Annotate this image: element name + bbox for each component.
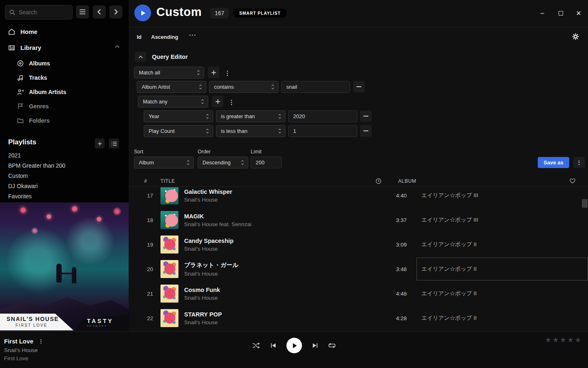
settings-button[interactable]: [572, 33, 579, 40]
next-track-button[interactable]: [312, 342, 318, 349]
track-row[interactable]: 22 STARRY POPSnail’s House 4:28 エイリアン☆ポッ…: [129, 306, 588, 330]
track-title: Galactic Whisper: [184, 188, 378, 195]
dots-vertical-icon: ⋮: [225, 70, 231, 76]
album-art-thumbnail: [160, 211, 178, 229]
add-playlist-button[interactable]: [95, 139, 105, 148]
limit-input[interactable]: [251, 157, 282, 168]
now-playing-options-button[interactable]: ⋮: [38, 340, 44, 343]
query-editor-collapse-button[interactable]: [135, 52, 146, 62]
subgroup-match-select[interactable]: Match any: [138, 96, 208, 108]
menu-button[interactable]: [76, 5, 89, 18]
sort-field-control[interactable]: Id: [137, 34, 142, 40]
rule-value-input[interactable]: [281, 81, 350, 93]
repeat-button[interactable]: [328, 342, 336, 349]
playlist-item-custom[interactable]: Custom: [8, 173, 28, 180]
repeat-icon: [328, 342, 336, 349]
remove-rule-button[interactable]: [360, 125, 372, 137]
add-rule-button[interactable]: [212, 96, 223, 107]
root-match-select[interactable]: Match all: [134, 67, 204, 79]
play-playlist-button[interactable]: [134, 4, 151, 21]
select-value: Year: [149, 113, 159, 119]
rating-stars[interactable]: ★★★★★: [545, 336, 582, 344]
play-button[interactable]: [287, 338, 302, 353]
chevron-up-icon[interactable]: [115, 45, 120, 48]
sidebar-item-tracks[interactable]: Tracks: [0, 72, 129, 83]
playlist-item-favorites[interactable]: Favorites: [8, 193, 32, 200]
rule-operator-select[interactable]: contains: [209, 81, 278, 93]
track-album[interactable]: エイリアン☆ポップ III: [416, 187, 588, 207]
album-art-thumbnail: [160, 260, 178, 278]
shuffle-button[interactable]: [252, 342, 261, 349]
select-value: Match any: [143, 99, 167, 105]
track-row[interactable]: 17 Galactic WhisperSnail’s House 4:40 エイ…: [129, 187, 588, 208]
column-index[interactable]: #: [144, 178, 147, 184]
add-rule-button[interactable]: [208, 67, 219, 78]
window-maximize-button[interactable]: [557, 9, 565, 17]
track-album-focused[interactable]: エイリアン☆ポップ II: [416, 258, 588, 280]
playlist-item-dj-okawari[interactable]: DJ Okawari: [8, 183, 38, 190]
playlist-item-2021[interactable]: 2021: [8, 152, 21, 159]
query-options-button[interactable]: ⋮: [573, 157, 585, 168]
track-title: プラネット・ガール: [184, 261, 378, 269]
sidebar-item-albums[interactable]: Albums: [0, 58, 129, 69]
window-close-button[interactable]: ✕: [575, 9, 583, 17]
sidebar-item-library[interactable]: Library: [0, 42, 129, 53]
sidebar-item-album-artists[interactable]: Album Artists: [0, 86, 129, 98]
track-count-badge: 167: [210, 8, 229, 18]
playlist-item-bpm[interactable]: BPM Greater than 200: [8, 162, 65, 170]
track-number: 19: [135, 242, 153, 248]
clock-icon[interactable]: [376, 178, 381, 184]
rule-operator-select[interactable]: is less than: [216, 125, 285, 137]
track-duration: 4:28: [378, 315, 407, 321]
sort-direction-control[interactable]: Ascending: [151, 34, 178, 40]
search-icon: [9, 9, 16, 16]
track-album[interactable]: エイリアン☆ポップ III: [416, 209, 588, 231]
track-row[interactable]: 20 プラネット・ガールSnail’s House 3:48 エイリアン☆ポップ…: [129, 257, 588, 281]
player-bar: First Love ⋮ Snail’s House First Love 0:…: [0, 331, 588, 368]
track-album[interactable]: エイリアン☆ポップ II: [416, 233, 588, 256]
search-input[interactable]: [19, 9, 64, 16]
heart-icon[interactable]: [570, 178, 575, 184]
nav-back-button[interactable]: [93, 5, 106, 18]
rule-field-select[interactable]: Album Artist: [137, 81, 206, 93]
sidebar-item-genres[interactable]: Genres: [0, 101, 129, 112]
rule-field-select[interactable]: Year: [144, 110, 213, 122]
scrollbar-thumb[interactable]: [582, 199, 588, 208]
now-playing-title: First Love: [4, 338, 33, 345]
track-number: 22: [135, 315, 153, 321]
sidebar-item-folders[interactable]: Folders: [0, 115, 129, 126]
rule-field-select[interactable]: Play Count: [144, 125, 213, 137]
remove-rule-button[interactable]: [360, 110, 372, 122]
rule-value-input[interactable]: [288, 110, 357, 122]
track-row[interactable]: 19 Candy SpaceshipSnail’s House 3:09 エイリ…: [129, 232, 588, 257]
playlist-list-button[interactable]: [109, 139, 119, 148]
dots-vertical-icon: ⋮: [577, 161, 582, 164]
previous-track-button[interactable]: [270, 342, 277, 349]
sort-select[interactable]: Album: [134, 157, 194, 168]
save-as-button[interactable]: Save as: [538, 157, 569, 168]
limit-label: Limit: [251, 149, 261, 155]
remove-rule-button[interactable]: [353, 81, 365, 92]
more-options-button[interactable]: ···: [189, 31, 196, 38]
group-options-button[interactable]: ⋮: [224, 67, 231, 79]
search-box[interactable]: [5, 5, 73, 20]
track-row[interactable]: 21 Cosmo FunkSnail’s House 4:48 エイリアン☆ポッ…: [129, 281, 588, 306]
window-minimize-button[interactable]: –: [538, 9, 546, 17]
column-title[interactable]: TITLE: [160, 178, 175, 184]
track-row[interactable]: 18 MAGIKSnail’s House feat. Sennzai 3:37…: [129, 208, 588, 232]
main-content: Custom 167 SMART PLAYLIST – ✕ Id Ascendi…: [129, 0, 588, 331]
rule-value-input[interactable]: [288, 125, 357, 137]
sidebar-item-home[interactable]: Home: [0, 26, 129, 37]
select-value: Match all: [139, 70, 160, 76]
rule-operator-select[interactable]: is greater than: [216, 110, 285, 122]
page-title: Custom: [156, 5, 202, 19]
track-album[interactable]: エイリアン☆ポップ II: [416, 307, 588, 330]
track-duration: 4:40: [378, 193, 407, 199]
nav-forward-button[interactable]: [109, 5, 122, 18]
track-album[interactable]: エイリアン☆ポップ II: [416, 282, 588, 305]
select-arrows-icon: [201, 99, 204, 104]
disc-icon: [17, 60, 24, 67]
order-select[interactable]: Descending: [198, 157, 248, 168]
group-options-button[interactable]: ⋮: [228, 96, 235, 108]
column-album[interactable]: ALBUM: [398, 178, 416, 184]
